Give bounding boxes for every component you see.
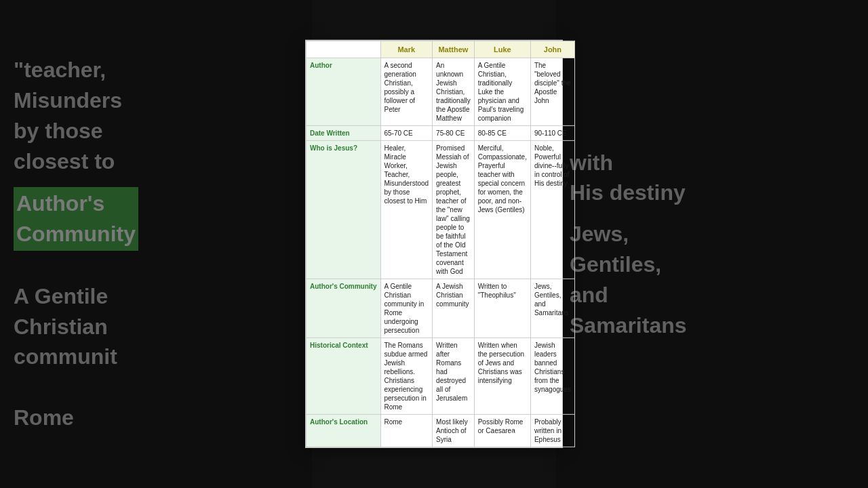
cell-john-3: Jews, Gentiles, and Samaritans [530, 279, 574, 338]
col-header-mark: Mark [380, 41, 433, 58]
table-row: AuthorA second generation Christian, pos… [307, 58, 575, 126]
cell-matthew-5: Most likely Antioch of Syria [433, 415, 475, 447]
col-header-matthew: Matthew [433, 41, 475, 58]
cell-mark-5: Rome [380, 415, 433, 447]
row-label-author's-community: Author's Community [307, 279, 381, 338]
cell-mark-2: Healer, Miracle Worker, Teacher, Misunde… [380, 141, 433, 279]
bg-right-top-text: with His destiny [570, 148, 854, 209]
col-header-luke: Luke [474, 41, 530, 58]
cell-mark-4: The Romans subdue armed Jewish rebellion… [380, 338, 433, 415]
cell-john-2: Noble, Powerful divine--fully in control… [530, 141, 574, 279]
cell-matthew-0: An unknown Jewish Christian, traditional… [433, 58, 475, 126]
cell-luke-0: A Gentile Christian, traditionally Luke … [474, 58, 530, 126]
row-label-author: Author [307, 58, 381, 126]
cell-john-1: 90-110 CE [530, 126, 574, 141]
table-row: Historical ContextThe Romans subdue arme… [307, 338, 575, 415]
cell-matthew-1: 75-80 CE [433, 126, 475, 141]
table-row: Who is Jesus?Healer, Miracle Worker, Tea… [307, 141, 575, 279]
row-label-date-written: Date Written [307, 126, 381, 141]
cell-luke-5: Possibly Rome or Caesarea [474, 415, 530, 447]
bg-left-bot-text: Author'sCommunity A GentileChristiancomm… [14, 187, 298, 432]
bg-left-top-text: "teacher, Misunders by those closest to [14, 55, 298, 176]
table-row: Author's LocationRomeMost likely Antioch… [307, 415, 575, 447]
cell-matthew-3: A Jewish Christian community [433, 279, 475, 338]
table-row: Date Written65-70 CE75-80 CE80-85 CE90-1… [307, 126, 575, 141]
tiktok-watermark: TikTok · Stories [511, 432, 557, 439]
row-label-author's-location: Author's Location [307, 415, 381, 447]
cell-john-4: Jewish leaders banned Christians from th… [530, 338, 574, 415]
background-left: "teacher, Misunders by those closest to … [0, 0, 312, 488]
cell-john-0: The "beloved disciple" the Apostle John [530, 58, 574, 126]
cell-luke-3: Written to "Theophilus" [474, 279, 530, 338]
gospel-comparison-table: Mark Matthew Luke John AuthorA second ge… [305, 40, 563, 448]
cell-matthew-2: Promised Messiah of Jewish people, great… [433, 141, 475, 279]
cell-matthew-4: Written after Romans had destroyed all o… [433, 338, 475, 415]
cell-luke-2: Merciful, Compassionate, Prayerful teach… [474, 141, 530, 279]
row-label-historical-context: Historical Context [307, 338, 381, 415]
cell-luke-4: Written when the persecution of Jews and… [474, 338, 530, 415]
cell-mark-1: 65-70 CE [380, 126, 433, 141]
cell-mark-0: A second generation Christian, possibly … [380, 58, 433, 126]
table-row: Author's CommunityA Gentile Christian co… [307, 279, 575, 338]
col-header-empty [307, 41, 381, 58]
col-header-john: John [530, 41, 574, 58]
cell-luke-1: 80-85 CE [474, 126, 530, 141]
cell-mark-3: A Gentile Christian community in Rome un… [380, 279, 433, 338]
bg-right-bot-text: Jews,Gentiles,andSamaritans [570, 219, 854, 340]
row-label-who-is-jesus?: Who is Jesus? [307, 141, 381, 279]
cell-john-5: Probably written in Ephesus [530, 415, 574, 447]
background-right: with His destiny Jews,Gentiles,andSamari… [556, 0, 868, 488]
